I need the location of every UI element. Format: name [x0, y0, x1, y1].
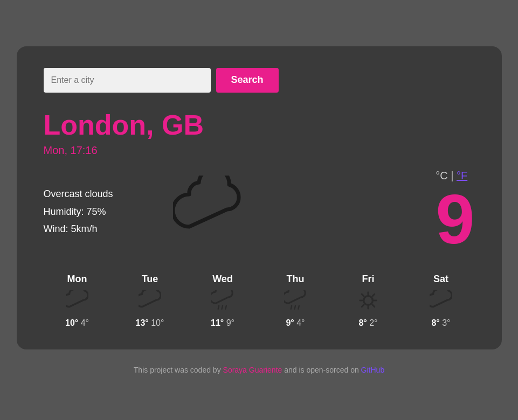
- rain-icon-wed: [211, 290, 234, 313]
- cloud-icon-tue: [139, 290, 161, 313]
- forecast-day-sat: Sat 8° 3°: [408, 274, 475, 328]
- forecast-day-tue: Tue 13° 10°: [116, 274, 184, 328]
- forecast-day-name: Wed: [212, 274, 233, 285]
- forecast-temps-fri: 8° 2°: [358, 318, 377, 328]
- weather-cloud-icon: [173, 176, 265, 248]
- svg-line-1: [222, 305, 223, 309]
- forecast-day-name: Mon: [67, 274, 87, 285]
- weather-main: Overcast clouds Humidity: 75% Wind: 5km/…: [44, 170, 475, 254]
- temperature-block: °C | °F 9: [436, 170, 474, 254]
- cloud-icon-sat: [430, 290, 452, 313]
- temperature-value: 9: [436, 184, 474, 254]
- weather-wind: Wind: 5km/h: [44, 220, 151, 237]
- city-search-input[interactable]: [44, 68, 211, 93]
- footer: This project was coded by Soraya Guarien…: [134, 366, 384, 374]
- forecast-temps-sat: 8° 3°: [431, 318, 450, 328]
- sun-icon-fri: [357, 290, 379, 313]
- forecast-day-fri: Fri 8° 2°: [335, 274, 402, 328]
- svg-line-14: [362, 305, 363, 306]
- forecast-day-mon: Mon 10° 4°: [44, 274, 111, 328]
- rain-icon-thu: [284, 290, 307, 313]
- forecast-day-name: Tue: [142, 274, 158, 285]
- svg-line-0: [218, 305, 219, 309]
- city-name: London, GB: [44, 109, 475, 141]
- svg-line-12: [372, 305, 374, 306]
- forecast-day-thu: Thu 9° 4°: [262, 274, 329, 328]
- footer-author-link[interactable]: Soraya Guariente: [223, 366, 282, 374]
- date-time: Mon, 17:16: [44, 144, 475, 157]
- forecast-temps-thu: 9° 4°: [286, 318, 305, 328]
- weather-humidity: Humidity: 75%: [44, 203, 151, 220]
- forecast-temps-tue: 13° 10°: [136, 318, 164, 328]
- forecast-day-name: Thu: [287, 274, 305, 285]
- cloud-icon-mon: [66, 290, 88, 313]
- svg-line-5: [298, 305, 299, 309]
- app-container: Search London, GB Mon, 17:16 Overcast cl…: [17, 46, 502, 349]
- svg-line-2: [225, 305, 226, 309]
- forecast-day-name: Fri: [362, 274, 374, 285]
- svg-line-13: [372, 294, 374, 296]
- svg-line-3: [291, 305, 292, 309]
- svg-point-6: [364, 296, 373, 305]
- weather-info: Overcast clouds Humidity: 75% Wind: 5km/…: [44, 185, 151, 237]
- forecast-temps-wed: 11° 9°: [211, 318, 234, 328]
- svg-line-4: [294, 305, 295, 309]
- forecast-row: Mon 10° 4° Tue 13° 10° Wed: [44, 274, 475, 328]
- weather-description: Overcast clouds: [44, 185, 151, 202]
- footer-github-link[interactable]: GitHub: [361, 366, 385, 374]
- search-row: Search: [44, 68, 475, 93]
- forecast-temps-mon: 10° 4°: [65, 318, 89, 328]
- footer-text-middle: and is open-sorced on: [284, 366, 361, 374]
- forecast-day-name: Sat: [433, 274, 448, 285]
- footer-text-before: This project was coded by: [134, 366, 223, 374]
- search-button[interactable]: Search: [216, 68, 279, 93]
- forecast-day-wed: Wed 11° 9°: [189, 274, 257, 328]
- svg-line-11: [362, 294, 363, 296]
